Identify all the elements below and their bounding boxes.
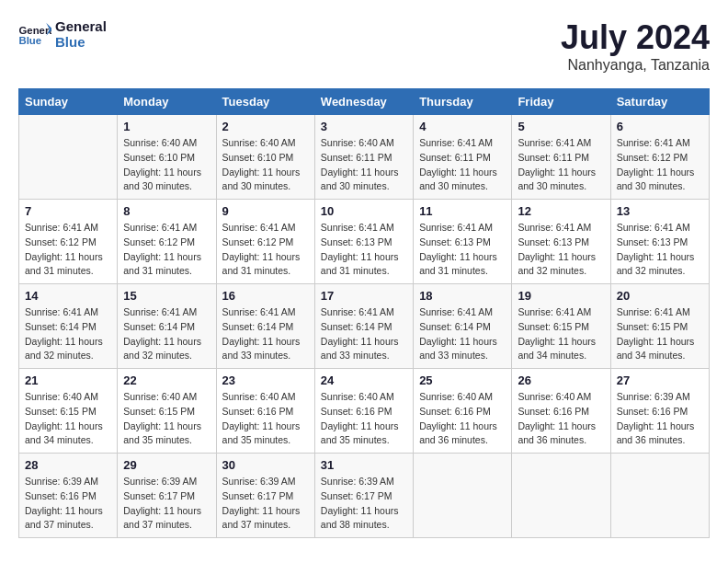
day-info: Sunrise: 6:41 AMSunset: 6:13 PMDaylight:… [321,221,407,279]
day-number: 1 [123,120,210,133]
day-info: Sunrise: 6:41 AMSunset: 6:14 PMDaylight:… [321,305,407,363]
day-number: 20 [617,289,703,303]
day-info: Sunrise: 6:41 AMSunset: 6:14 PMDaylight:… [25,305,111,363]
svg-text:General: General [19,25,52,36]
calendar-cell: 17Sunrise: 6:41 AMSunset: 6:14 PMDayligh… [314,284,413,369]
day-info: Sunrise: 6:41 AMSunset: 6:12 PMDaylight:… [617,136,703,194]
month-year: July 2024 [561,18,710,57]
day-info: Sunrise: 6:40 AMSunset: 6:16 PMDaylight:… [518,390,604,448]
day-info: Sunrise: 6:39 AMSunset: 6:16 PMDaylight:… [25,475,111,533]
day-info: Sunrise: 6:40 AMSunset: 6:15 PMDaylight:… [123,390,210,448]
calendar-cell: 21Sunrise: 6:40 AMSunset: 6:15 PMDayligh… [19,369,118,454]
calendar-header-row: SundayMondayTuesdayWednesdayThursdayFrid… [19,89,710,115]
day-number: 24 [321,373,407,387]
calendar-cell: 23Sunrise: 6:40 AMSunset: 6:16 PMDayligh… [216,369,314,454]
day-info: Sunrise: 6:41 AMSunset: 6:12 PMDaylight:… [123,221,210,279]
day-number: 13 [617,204,703,218]
calendar-cell: 19Sunrise: 6:41 AMSunset: 6:15 PMDayligh… [512,284,610,369]
day-info: Sunrise: 6:41 AMSunset: 6:12 PMDaylight:… [25,221,111,279]
day-info: Sunrise: 6:41 AMSunset: 6:13 PMDaylight:… [518,221,604,279]
day-number: 9 [222,204,309,218]
calendar-cell: 16Sunrise: 6:41 AMSunset: 6:14 PMDayligh… [216,284,314,369]
calendar-week-row: 1Sunrise: 6:40 AMSunset: 6:10 PMDaylight… [19,115,710,200]
title-block: July 2024 Nanhyanga, Tanzania [561,18,710,74]
calendar-cell: 20Sunrise: 6:41 AMSunset: 6:15 PMDayligh… [610,284,709,369]
day-info: Sunrise: 6:41 AMSunset: 6:13 PMDaylight:… [617,221,703,279]
calendar-table: SundayMondayTuesdayWednesdayThursdayFrid… [18,88,710,538]
calendar-cell [610,454,709,538]
calendar-week-row: 21Sunrise: 6:40 AMSunset: 6:15 PMDayligh… [19,369,710,454]
day-info: Sunrise: 6:40 AMSunset: 6:16 PMDaylight:… [321,390,407,448]
logo-icon: General Blue [18,21,51,47]
calendar-cell: 4Sunrise: 6:41 AMSunset: 6:11 PMDaylight… [414,115,512,200]
calendar-cell [512,454,610,538]
day-number: 5 [518,120,604,133]
day-info: Sunrise: 6:39 AMSunset: 6:17 PMDaylight:… [222,475,309,533]
column-header-sunday: Sunday [19,89,118,115]
day-number: 8 [123,204,210,218]
calendar-cell: 31Sunrise: 6:39 AMSunset: 6:17 PMDayligh… [314,454,413,538]
calendar-cell: 5Sunrise: 6:41 AMSunset: 6:11 PMDaylight… [512,115,610,200]
column-header-monday: Monday [118,89,216,115]
day-number: 21 [25,373,111,387]
calendar-cell: 11Sunrise: 6:41 AMSunset: 6:13 PMDayligh… [414,200,512,284]
day-number: 7 [25,204,111,218]
column-header-wednesday: Wednesday [314,89,413,115]
calendar-cell: 7Sunrise: 6:41 AMSunset: 6:12 PMDaylight… [19,200,118,284]
calendar-cell: 2Sunrise: 6:40 AMSunset: 6:10 PMDaylight… [216,115,314,200]
logo: General Blue General Blue [18,18,129,51]
day-number: 14 [25,289,111,303]
day-info: Sunrise: 6:41 AMSunset: 6:13 PMDaylight:… [419,221,506,279]
calendar-cell: 30Sunrise: 6:39 AMSunset: 6:17 PMDayligh… [216,454,314,538]
calendar-cell: 6Sunrise: 6:41 AMSunset: 6:12 PMDaylight… [610,115,709,200]
day-info: Sunrise: 6:41 AMSunset: 6:11 PMDaylight:… [419,136,506,194]
calendar-cell: 15Sunrise: 6:41 AMSunset: 6:14 PMDayligh… [118,284,216,369]
calendar-cell: 3Sunrise: 6:40 AMSunset: 6:11 PMDaylight… [314,115,413,200]
calendar-cell: 10Sunrise: 6:41 AMSunset: 6:13 PMDayligh… [314,200,413,284]
calendar-cell: 25Sunrise: 6:40 AMSunset: 6:16 PMDayligh… [414,369,512,454]
calendar-cell: 22Sunrise: 6:40 AMSunset: 6:15 PMDayligh… [118,369,216,454]
calendar-cell: 8Sunrise: 6:41 AMSunset: 6:12 PMDaylight… [118,200,216,284]
calendar-week-row: 28Sunrise: 6:39 AMSunset: 6:16 PMDayligh… [19,454,710,538]
location: Nanhyanga, Tanzania [561,57,710,74]
calendar-cell: 18Sunrise: 6:41 AMSunset: 6:14 PMDayligh… [414,284,512,369]
calendar-cell: 24Sunrise: 6:40 AMSunset: 6:16 PMDayligh… [314,369,413,454]
day-number: 11 [419,204,506,218]
calendar-cell: 28Sunrise: 6:39 AMSunset: 6:16 PMDayligh… [19,454,118,538]
day-info: Sunrise: 6:39 AMSunset: 6:17 PMDaylight:… [123,475,210,533]
day-info: Sunrise: 6:41 AMSunset: 6:15 PMDaylight:… [617,305,703,363]
calendar-cell: 13Sunrise: 6:41 AMSunset: 6:13 PMDayligh… [610,200,709,284]
day-info: Sunrise: 6:41 AMSunset: 6:15 PMDaylight:… [518,305,604,363]
calendar-week-row: 14Sunrise: 6:41 AMSunset: 6:14 PMDayligh… [19,284,710,369]
day-info: Sunrise: 6:39 AMSunset: 6:16 PMDaylight:… [617,390,703,448]
day-info: Sunrise: 6:41 AMSunset: 6:14 PMDaylight:… [222,305,309,363]
day-info: Sunrise: 6:41 AMSunset: 6:14 PMDaylight:… [419,305,506,363]
logo-line2: Blue [55,34,129,50]
day-info: Sunrise: 6:40 AMSunset: 6:16 PMDaylight:… [222,390,309,448]
calendar-cell: 14Sunrise: 6:41 AMSunset: 6:14 PMDayligh… [19,284,118,369]
day-number: 28 [25,458,111,472]
day-number: 12 [518,204,604,218]
day-info: Sunrise: 6:41 AMSunset: 6:14 PMDaylight:… [123,305,210,363]
day-number: 27 [617,373,703,387]
calendar-cell: 1Sunrise: 6:40 AMSunset: 6:10 PMDaylight… [118,115,216,200]
day-number: 18 [419,289,506,303]
column-header-tuesday: Tuesday [216,89,314,115]
day-number: 31 [321,458,407,472]
day-number: 17 [321,289,407,303]
day-info: Sunrise: 6:40 AMSunset: 6:11 PMDaylight:… [321,136,407,194]
page-header: General Blue General Blue July 2024 Nanh… [18,18,710,74]
calendar-week-row: 7Sunrise: 6:41 AMSunset: 6:12 PMDaylight… [19,200,710,284]
day-info: Sunrise: 6:40 AMSunset: 6:16 PMDaylight:… [419,390,506,448]
day-number: 4 [419,120,506,133]
day-number: 25 [419,373,506,387]
column-header-friday: Friday [512,89,610,115]
day-number: 3 [321,120,407,133]
day-number: 15 [123,289,210,303]
calendar-cell: 29Sunrise: 6:39 AMSunset: 6:17 PMDayligh… [118,454,216,538]
day-number: 26 [518,373,604,387]
day-info: Sunrise: 6:39 AMSunset: 6:17 PMDaylight:… [321,475,407,533]
column-header-saturday: Saturday [610,89,709,115]
day-number: 23 [222,373,309,387]
day-number: 29 [123,458,210,472]
